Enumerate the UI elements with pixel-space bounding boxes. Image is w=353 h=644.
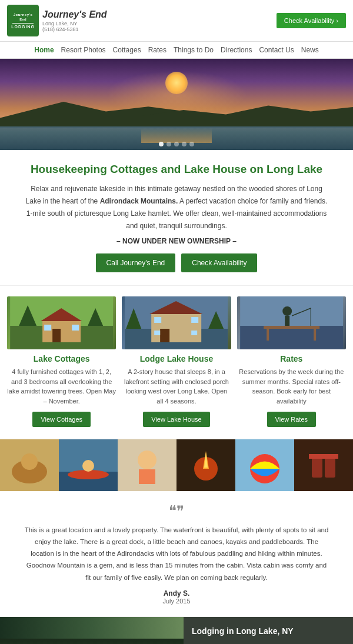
strip-photo-drinks bbox=[294, 439, 353, 491]
view-rates-button[interactable]: View Rates bbox=[267, 412, 316, 427]
lodging-section: Lodging in Long Lake, NY Long Lake offer… bbox=[0, 617, 353, 644]
logo-icon: Journey's End LODGING bbox=[7, 5, 39, 36]
ownership-text: – NOW UNDER NEW OWNERSHIP – bbox=[24, 237, 329, 245]
hero-dot-5[interactable] bbox=[189, 142, 194, 146]
nav-rates[interactable]: Rates bbox=[148, 46, 166, 54]
logo-title: Journey's End bbox=[42, 9, 107, 20]
card-cottages-image bbox=[7, 296, 116, 349]
lodging-image bbox=[0, 617, 184, 644]
svg-rect-16 bbox=[154, 331, 160, 335]
svg-rect-46 bbox=[312, 457, 322, 478]
hero-dot-3[interactable] bbox=[174, 142, 179, 146]
main-nav: Home Resort Photos Cottages Rates Things… bbox=[0, 42, 353, 59]
about-section: Housekeeping Cottages and Lake House on … bbox=[0, 150, 353, 286]
logo-phone: (518) 624-5381 bbox=[42, 26, 107, 32]
card-lodge-image bbox=[122, 296, 231, 349]
check-availability-main-button[interactable]: Check Availability bbox=[181, 253, 257, 272]
hero-reflection bbox=[141, 128, 212, 143]
view-cottages-button[interactable]: View Cottages bbox=[32, 412, 91, 427]
rates-svg bbox=[237, 296, 346, 349]
lodging-info: Lodging in Long Lake, NY Long Lake offer… bbox=[184, 617, 353, 644]
photo-strip bbox=[0, 439, 353, 491]
svg-rect-26 bbox=[264, 326, 319, 329]
svg-rect-13 bbox=[160, 329, 169, 342]
card-rates-image bbox=[237, 296, 346, 349]
lodge-svg bbox=[122, 296, 231, 349]
nav-contact[interactable]: Contact Us bbox=[259, 46, 294, 54]
svg-rect-7 bbox=[44, 325, 51, 331]
card-lodge: Lodge Lake House A 2-story house that sl… bbox=[122, 296, 231, 427]
svg-rect-17 bbox=[191, 331, 197, 335]
testimonial-date: July 2015 bbox=[24, 598, 329, 605]
about-buttons: Call Journey's End Check Availability bbox=[24, 253, 329, 272]
header: Journey's End LODGING Journey's End Long… bbox=[0, 0, 353, 42]
hero-banner bbox=[0, 59, 353, 150]
feature-1: Long Lake offers fishing, hiking, canoei… bbox=[201, 642, 345, 644]
card-rates-desc: Reservations by the week during the summ… bbox=[237, 367, 346, 406]
svg-rect-27 bbox=[267, 329, 269, 341]
lodging-heading: Lodging in Long Lake, NY bbox=[192, 626, 345, 636]
svg-point-31 bbox=[21, 453, 38, 470]
svg-rect-47 bbox=[325, 457, 335, 478]
nav-news[interactable]: News bbox=[301, 46, 319, 54]
testimonial-section: ❝❞ This is a great location and a lovely… bbox=[0, 491, 353, 617]
card-lodge-desc: A 2-story house that sleeps 8, in a lake… bbox=[122, 367, 231, 406]
svg-rect-8 bbox=[72, 325, 79, 331]
nav-directions[interactable]: Directions bbox=[221, 46, 252, 54]
hero-dot-4[interactable] bbox=[182, 142, 187, 146]
svg-rect-38 bbox=[139, 469, 155, 484]
logo-subtitle: Long Lake, NY bbox=[42, 21, 107, 26]
hero-dot-2[interactable] bbox=[166, 142, 171, 146]
logo-text-area: Journey's End Long Lake, NY (518) 624-53… bbox=[42, 9, 107, 32]
svg-rect-28 bbox=[314, 329, 316, 341]
svg-rect-4 bbox=[42, 320, 81, 342]
hero-dots bbox=[159, 142, 194, 146]
quote-icon: ❝❞ bbox=[24, 503, 329, 519]
nav-cottages[interactable]: Cottages bbox=[113, 46, 141, 54]
nav-home[interactable]: Home bbox=[34, 46, 54, 54]
svg-point-22 bbox=[282, 306, 292, 316]
card-rates: Rates Reservations by the week during th… bbox=[237, 296, 346, 427]
strip-photo-kayak bbox=[59, 439, 118, 491]
card-cottages: Lake Cottages 4 fully furnished cottages… bbox=[7, 296, 116, 427]
svg-point-37 bbox=[138, 451, 156, 469]
about-body: Relax and rejuvenate lakeside in this in… bbox=[24, 183, 329, 232]
hero-dot-1[interactable] bbox=[159, 142, 164, 146]
svg-rect-14 bbox=[154, 317, 161, 323]
call-button[interactable]: Call Journey's End bbox=[96, 253, 176, 272]
about-heading: Housekeeping Cottages and Lake House on … bbox=[24, 163, 329, 176]
view-lake-house-button[interactable]: View Lake House bbox=[143, 412, 209, 427]
svg-rect-21 bbox=[240, 326, 343, 349]
svg-rect-49 bbox=[322, 454, 338, 459]
card-rates-title: Rates bbox=[237, 354, 346, 363]
svg-rect-6 bbox=[52, 329, 61, 342]
strip-photo-smores bbox=[176, 439, 235, 491]
svg-rect-45 bbox=[294, 439, 353, 491]
logo-area: Journey's End LODGING Journey's End Long… bbox=[7, 5, 107, 36]
svg-rect-50 bbox=[0, 639, 184, 644]
card-cottages-desc: 4 fully furnished cottages with 1, 2, an… bbox=[7, 367, 116, 406]
strip-photo-dog bbox=[0, 439, 59, 491]
testimonial-text: This is a great location and a lovely pr… bbox=[24, 524, 329, 583]
strip-photo-beachball bbox=[235, 439, 294, 491]
check-availability-button[interactable]: Check Availability › bbox=[277, 13, 346, 28]
cards-section: Lake Cottages 4 fully furnished cottages… bbox=[0, 286, 353, 439]
card-cottages-title: Lake Cottages bbox=[7, 354, 116, 363]
nav-resort-photos[interactable]: Resort Photos bbox=[61, 46, 106, 54]
lodging-features: Long Lake offers fishing, hiking, canoei… bbox=[192, 642, 345, 644]
strip-photo-child bbox=[118, 439, 176, 491]
svg-rect-15 bbox=[191, 317, 198, 323]
svg-point-35 bbox=[82, 460, 94, 472]
testimonial-author: Andy S. bbox=[24, 589, 329, 598]
nav-things-to-do[interactable]: Things to Do bbox=[174, 46, 214, 54]
card-lodge-title: Lodge Lake House bbox=[122, 354, 231, 363]
cottage-svg bbox=[7, 296, 116, 349]
